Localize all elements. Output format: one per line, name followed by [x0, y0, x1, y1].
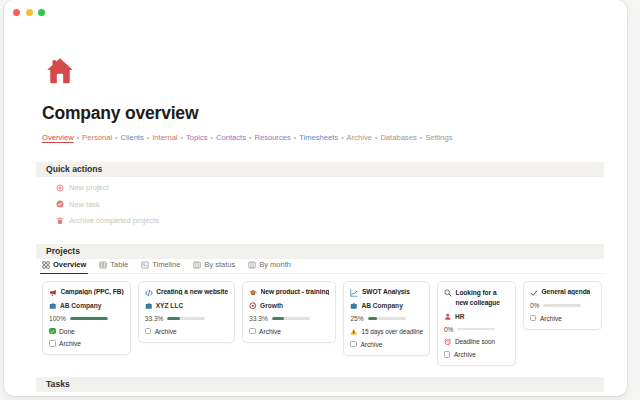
progress-bar	[70, 317, 108, 320]
archive-checkbox[interactable]	[350, 341, 357, 348]
briefcase-icon	[350, 302, 358, 310]
card-title: New product - training	[261, 288, 330, 295]
nav-link-contacts[interactable]: Contacts	[216, 133, 246, 142]
nav-separator: •	[341, 134, 343, 141]
progress-bar	[167, 317, 205, 320]
progress-percent: 100%	[49, 315, 66, 322]
deadline-warning-label: 15 days over deadline	[361, 328, 422, 335]
breadcrumb-nav: Overview • Personal • Clients • Internal…	[42, 133, 602, 142]
progress-bar	[457, 328, 495, 331]
nav-link-overview[interactable]: Overview	[42, 133, 74, 142]
deadline-soon-label: Deadline soon	[455, 338, 495, 345]
archive-row[interactable]: Archive	[530, 315, 595, 322]
check-icon	[50, 329, 55, 334]
archive-checkbox[interactable]	[530, 315, 537, 322]
app-window: Company overview Overview • Personal • C…	[4, 0, 627, 396]
projects-view-tabs: Overview Table Timeline	[42, 260, 604, 274]
nav-link-timesheets[interactable]: Timesheets	[299, 133, 338, 142]
nav-separator: •	[147, 134, 149, 141]
zoom-button[interactable]	[38, 9, 45, 16]
project-card-agenda[interactable]: General agenda 0% Archive	[523, 281, 602, 330]
alarm-clock-icon	[444, 338, 452, 346]
tab-overview[interactable]: Overview	[42, 260, 86, 269]
board-icon	[248, 261, 256, 269]
minimize-button[interactable]	[26, 9, 33, 16]
nav-link-resources[interactable]: Resources	[254, 133, 290, 142]
nav-separator: •	[375, 134, 377, 141]
target-icon	[249, 302, 257, 310]
archive-checkbox[interactable]	[49, 340, 56, 347]
nav-link-internal[interactable]: Internal	[152, 133, 177, 142]
nav-link-personal[interactable]: Personal	[82, 133, 112, 142]
project-card-training[interactable]: New product - training Growth 33.3% Arch…	[242, 281, 336, 343]
close-button[interactable]	[13, 9, 20, 16]
plus-circle-icon	[56, 184, 64, 192]
nav-link-clients[interactable]: Clients	[121, 133, 144, 142]
quick-action-label: Archive completed projects	[69, 216, 159, 225]
tab-by-status[interactable]: By status	[193, 260, 235, 269]
card-tag-label: Growth	[260, 302, 283, 309]
archive-label: Archive	[454, 351, 476, 358]
project-card-website[interactable]: Creating a new website XYZ LLC 33.3% Arc…	[138, 281, 235, 343]
grid-icon	[42, 261, 50, 269]
tab-label: By status	[204, 260, 235, 269]
graduation-cap-icon	[249, 289, 257, 297]
tab-table[interactable]: Table	[99, 260, 128, 269]
archive-checkbox[interactable]	[145, 328, 152, 335]
new-project-button[interactable]: New project	[56, 183, 109, 192]
home-icon[interactable]	[45, 56, 75, 86]
nav-link-archive[interactable]: Archive	[347, 133, 372, 142]
project-cards: Campaign (PPC, FB) AB Company 100%	[42, 281, 602, 366]
progress-bar	[543, 304, 581, 307]
tab-by-month[interactable]: By month	[248, 260, 291, 269]
board-icon	[193, 261, 201, 269]
new-task-button[interactable]: New task	[56, 200, 100, 209]
done-row[interactable]: Done	[49, 328, 124, 335]
deadline-soon-row: Deadline soon	[444, 338, 509, 346]
nav-link-databases[interactable]: Databases	[380, 133, 416, 142]
projects-heading: Projects	[36, 244, 604, 259]
nav-link-topics[interactable]: Topics	[186, 133, 208, 142]
archive-label: Archive	[360, 341, 382, 348]
project-card-colleague[interactable]: Looking for a new colleague HR 0%	[437, 281, 516, 366]
briefcase-icon	[145, 302, 153, 310]
card-tag-label: AB Company	[60, 302, 101, 309]
check-circle-icon	[56, 200, 64, 208]
trash-icon	[56, 217, 64, 225]
tasks-heading: Tasks	[36, 377, 604, 392]
archive-completed-button[interactable]: Archive completed projects	[56, 216, 159, 225]
progress-bar	[272, 317, 310, 320]
progress-row: 33.3%	[145, 315, 228, 322]
progress-percent: 33.3%	[249, 315, 268, 322]
archive-row[interactable]: Archive	[350, 341, 422, 348]
archive-checkbox[interactable]	[249, 328, 256, 335]
project-card-swot[interactable]: SWOT Analysis AB Company 25%	[343, 281, 429, 356]
nav-separator: •	[211, 134, 213, 141]
progress-row: 25%	[350, 315, 422, 322]
archive-row[interactable]: Archive	[145, 328, 228, 335]
archive-row[interactable]: Archive	[49, 340, 124, 347]
card-tag-label: AB Company	[361, 302, 402, 309]
page-title: Company overview	[42, 103, 198, 124]
archive-row[interactable]: Archive	[249, 328, 329, 335]
archive-label: Archive	[259, 328, 281, 335]
tab-label: Timeline	[152, 260, 180, 269]
nav-link-settings[interactable]: Settings	[425, 133, 452, 142]
progress-percent: 0%	[444, 326, 454, 333]
briefcase-icon	[49, 302, 57, 310]
archive-label: Archive	[59, 340, 81, 347]
progress-percent: 25%	[350, 315, 363, 322]
chart-increasing-icon	[350, 289, 358, 297]
timeline-icon	[141, 261, 149, 269]
progress-row: 0%	[444, 326, 509, 333]
done-checkbox[interactable]	[49, 328, 56, 335]
progress-row: 33.3%	[249, 315, 329, 322]
project-card-campaign[interactable]: Campaign (PPC, FB) AB Company 100%	[42, 281, 131, 355]
magnifier-icon	[444, 289, 452, 297]
done-label: Done	[59, 328, 75, 335]
archive-checkbox[interactable]	[444, 351, 451, 358]
archive-label: Archive	[540, 315, 562, 322]
tab-timeline[interactable]: Timeline	[141, 260, 180, 269]
archive-row[interactable]: Archive	[444, 351, 509, 358]
code-icon	[145, 289, 153, 297]
